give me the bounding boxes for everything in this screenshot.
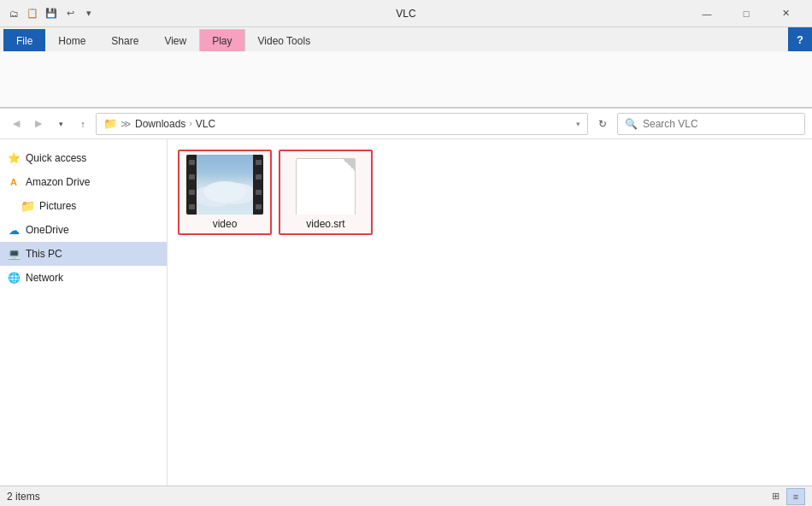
undo-icon: ↩ [63,7,77,21]
ribbon-tabs: File Home Share View Play Video Tools [0,27,812,51]
sidebar-item-pictures[interactable]: 📁 Pictures [0,194,167,218]
back-button[interactable]: ◀ [7,115,26,133]
forward-button[interactable]: ▶ [29,115,48,133]
address-bar-row: ◀ ▶ ▾ ↑ 📁 ≫ Downloads › VLC ▾ ↻ 🔍 [0,109,812,139]
film-hole [189,204,195,209]
sidebar-label-amazon-drive: Amazon Drive [26,176,90,188]
sidebar-label-onedrive: OneDrive [26,224,69,236]
sidebar-label-network: Network [26,272,63,284]
srt-thumbnail [287,155,364,215]
file-label-srt: video.srt [306,218,344,230]
video-thumbnail [186,155,263,215]
status-bar: 2 items ⊞ ≡ [0,485,812,506]
sidebar-label-quick-access: Quick access [26,152,86,164]
search-icon: 🔍 [625,118,638,130]
tab-home[interactable]: Home [45,29,98,51]
sidebar-item-network[interactable]: 🌐 Network [0,266,167,290]
sidebar-item-amazon-drive[interactable]: A Amazon Drive [0,170,167,194]
search-input[interactable] [643,118,797,130]
film-hole [256,204,262,209]
maximize-button[interactable]: □ [727,0,766,27]
sidebar: ⭐ Quick access A Amazon Drive 📁 Pictures… [0,139,168,485]
ribbon-commands [0,51,812,108]
file-item-video-srt[interactable]: video.srt [279,150,373,235]
tab-view[interactable]: View [151,29,199,51]
cloud-icon: ☁ [7,223,21,237]
refresh-button[interactable]: ↻ [591,113,614,135]
sidebar-item-onedrive[interactable]: ☁ OneDrive [0,218,167,242]
dropdown-icon[interactable]: ▾ [82,7,96,21]
tab-share[interactable]: Share [98,29,151,51]
file-item-video[interactable]: video [178,150,272,235]
film-strip-left [186,155,197,215]
film-hole [256,160,262,165]
item-count: 2 items [7,491,40,503]
title-bar-icons: 🗂 📋 💾 ↩ ▾ [7,7,96,21]
view-grid-button[interactable]: ⊞ [766,488,785,505]
tab-file[interactable]: File [3,29,45,51]
window-icon: 🗂 [7,7,21,21]
address-dropdown-icon[interactable]: ▾ [576,120,580,128]
address-box[interactable]: 📁 ≫ Downloads › VLC ▾ [96,113,588,135]
pc-icon: 💻 [7,247,21,261]
film-hole [189,190,195,195]
sidebar-label-this-pc: This PC [26,248,62,260]
tab-play[interactable]: Play [199,29,244,51]
star-icon: ⭐ [7,151,21,165]
breadcrumb-downloads[interactable]: Downloads [135,118,185,130]
file-area: video video.srt [168,139,812,485]
sidebar-item-quick-access[interactable]: ⭐ Quick access [0,146,167,170]
search-box[interactable]: 🔍 [617,113,805,135]
cloud-decoration [203,181,246,203]
network-icon: 🌐 [7,271,21,285]
view-controls: ⊞ ≡ [766,488,805,505]
window-controls: — □ ✕ [687,0,805,27]
sidebar-label-pictures: Pictures [39,200,76,212]
film-hole [189,160,195,165]
ribbon: File Home Share View Play Video Tools ? [0,27,812,109]
breadcrumb-double-arrow: ≫ [121,118,132,130]
video-preview [197,155,253,215]
app-title: VLC [396,8,415,20]
tab-video-tools[interactable]: Video Tools [245,29,324,51]
recent-locations-button[interactable]: ▾ [51,115,70,133]
film-hole [256,174,262,179]
view-list-button[interactable]: ≡ [786,488,805,505]
grid-view-icon: ⊞ [772,491,780,502]
folder-icon-pictures: 📁 [21,199,34,213]
file-label-video: video [213,218,238,230]
minimize-button[interactable]: — [687,0,727,27]
amazon-icon: A [7,175,21,189]
quick-access-icon: 📋 [26,7,39,21]
list-view-icon: ≡ [793,491,798,502]
srt-icon [296,158,356,215]
film-strip-right [253,155,263,215]
save-icon: 💾 [44,7,58,21]
up-button[interactable]: ↑ [74,115,92,133]
breadcrumb-sep: › [189,119,191,128]
main-panel: ⭐ Quick access A Amazon Drive 📁 Pictures… [0,139,812,485]
title-bar: 🗂 📋 💾 ↩ ▾ VLC — □ ✕ [0,0,812,27]
close-button[interactable]: ✕ [766,0,805,27]
breadcrumb-vlc[interactable]: VLC [196,118,215,130]
folder-icon: 📁 [103,117,117,130]
film-hole [189,174,195,179]
help-button[interactable]: ? [788,27,812,51]
sidebar-item-this-pc[interactable]: 💻 This PC [0,242,167,266]
film-hole [256,190,262,195]
